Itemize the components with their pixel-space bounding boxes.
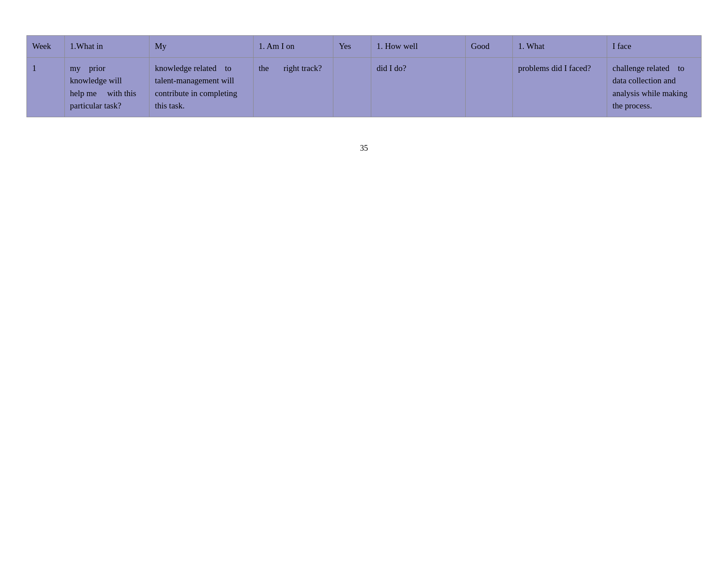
header-col5: 1. How well	[371, 36, 466, 58]
page-number: 35	[360, 144, 368, 153]
data-row-1: 1 my prior knowledge will help me with t…	[27, 57, 702, 117]
header-col7: 1. What	[512, 36, 607, 58]
header-col3: 1. Am I on	[253, 36, 333, 58]
cell-col5: did I do?	[371, 57, 466, 117]
cell-col4	[333, 57, 371, 117]
header-col2: My	[149, 36, 253, 58]
cell-week: 1	[27, 57, 65, 117]
header-col6: Good	[466, 36, 513, 58]
main-table: Week 1.What in My 1. Am I on Yes 1. How …	[26, 35, 702, 117]
cell-col8: challenge related to data collection and…	[607, 57, 701, 117]
header-week: Week	[27, 36, 65, 58]
table-wrapper: Week 1.What in My 1. Am I on Yes 1. How …	[26, 35, 702, 117]
cell-col2: knowledge related to talent-management w…	[149, 57, 253, 117]
cell-col7: problems did I faced?	[512, 57, 607, 117]
cell-col3: the right track?	[253, 57, 333, 117]
header-col8: I face	[607, 36, 701, 58]
cell-col1: my prior knowledge will help me with thi…	[64, 57, 149, 117]
header-col4: Yes	[333, 36, 371, 58]
page: Week 1.What in My 1. Am I on Yes 1. How …	[0, 0, 728, 562]
header-col1: 1.What in	[64, 36, 149, 58]
cell-col6	[466, 57, 513, 117]
header-row: Week 1.What in My 1. Am I on Yes 1. How …	[27, 36, 702, 58]
